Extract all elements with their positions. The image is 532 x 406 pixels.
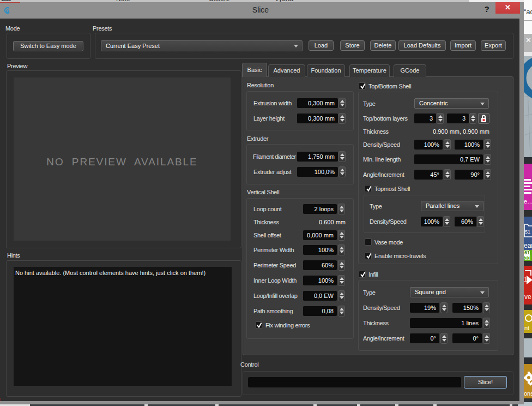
svg-text:51: 51 (525, 229, 530, 235)
